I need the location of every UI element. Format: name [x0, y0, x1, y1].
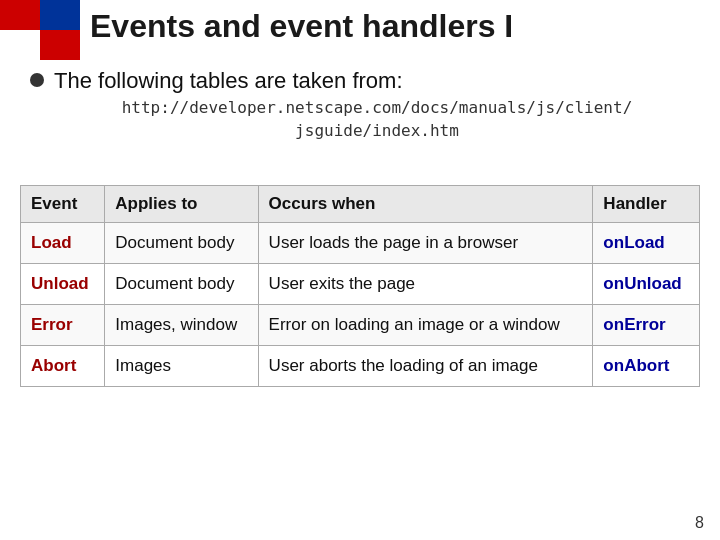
bullet-row: The following tables are taken from:: [30, 68, 700, 94]
cell-occurs: User loads the page in a browser: [258, 223, 593, 264]
table-row: UnloadDocument bodyUser exits the pageon…: [21, 264, 700, 305]
slide: Events and event handlers I The followin…: [0, 0, 720, 540]
cell-event: Error: [21, 305, 105, 346]
cell-applies: Images, window: [105, 305, 258, 346]
cell-applies: Images: [105, 346, 258, 387]
url-line2: jsguide/index.htm: [54, 121, 700, 140]
cell-occurs: Error on loading an image or a window: [258, 305, 593, 346]
bullet-icon: [30, 73, 44, 87]
cell-event: Load: [21, 223, 105, 264]
cell-occurs: User exits the page: [258, 264, 593, 305]
title-area: Events and event handlers I: [90, 8, 700, 45]
accent-blue-top: [40, 0, 80, 30]
url-line1: http://developer.netscape.com/docs/manua…: [54, 98, 700, 117]
events-table: Event Applies to Occurs when Handler Loa…: [20, 185, 700, 387]
cell-handler: onLoad: [593, 223, 700, 264]
cell-handler: onUnload: [593, 264, 700, 305]
table-header-row: Event Applies to Occurs when Handler: [21, 186, 700, 223]
cell-occurs: User aborts the loading of an image: [258, 346, 593, 387]
cell-applies: Document body: [105, 223, 258, 264]
cell-event: Unload: [21, 264, 105, 305]
accent-red-top: [0, 0, 40, 30]
page-number: 8: [695, 514, 704, 532]
content-area: The following tables are taken from: htt…: [30, 68, 700, 154]
cell-handler: onError: [593, 305, 700, 346]
cell-event: Abort: [21, 346, 105, 387]
col-header-event: Event: [21, 186, 105, 223]
cell-handler: onAbort: [593, 346, 700, 387]
col-header-applies: Applies to: [105, 186, 258, 223]
table-body: LoadDocument bodyUser loads the page in …: [21, 223, 700, 387]
accent-red-bottom: [40, 30, 80, 60]
accent-decoration: [0, 0, 80, 60]
events-table-container: Event Applies to Occurs when Handler Loa…: [20, 185, 700, 387]
table-row: ErrorImages, windowError on loading an i…: [21, 305, 700, 346]
table-row: AbortImagesUser aborts the loading of an…: [21, 346, 700, 387]
cell-applies: Document body: [105, 264, 258, 305]
col-header-handler: Handler: [593, 186, 700, 223]
col-header-occurs: Occurs when: [258, 186, 593, 223]
table-row: LoadDocument bodyUser loads the page in …: [21, 223, 700, 264]
slide-title: Events and event handlers I: [90, 8, 513, 44]
bullet-text: The following tables are taken from:: [54, 68, 403, 94]
